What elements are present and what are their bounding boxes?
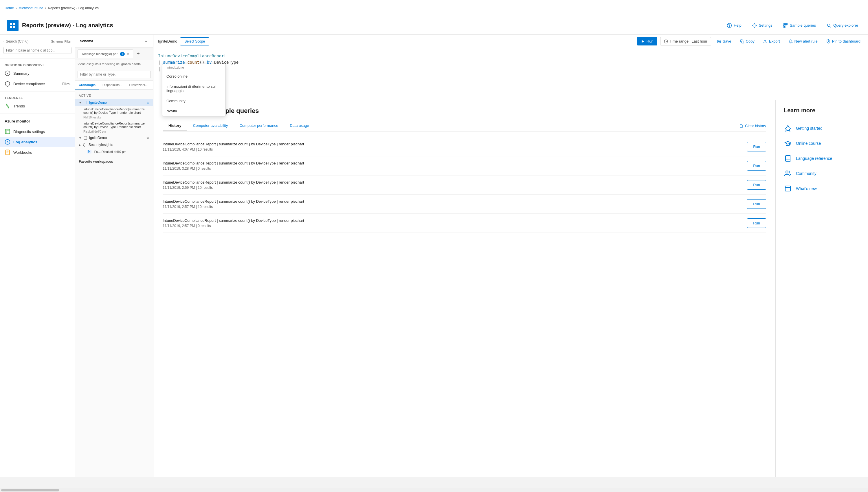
fx-item[interactable]: fx Fu... Risultati dell'0 pm	[83, 148, 153, 155]
sidebar: Schema Filter Gestione dispositivi Summa…	[0, 35, 75, 477]
learn-online-course[interactable]: Online course	[784, 136, 860, 151]
security-child: fx Fu... Risultati dell'0 pm	[75, 148, 153, 155]
run-query-3-button[interactable]: Run	[747, 180, 766, 190]
clear-history-button[interactable]: Clear history	[739, 121, 766, 131]
breadcrumb-sep-1: ›	[16, 6, 17, 10]
gestione-section-title: Gestione dispositivi	[0, 61, 75, 68]
sidebar-filter-input[interactable]	[3, 47, 72, 54]
new-alert-button[interactable]: New alert rule	[786, 38, 820, 45]
title-bar: Home › Microsoft Intune › Reports (previ…	[0, 0, 868, 16]
log-analytics-label: Log analytics	[13, 140, 37, 144]
run-query-2-button[interactable]: Run	[747, 161, 766, 171]
tab-history[interactable]: History	[163, 121, 187, 131]
sidebar-item-device-compliance[interactable]: Device compliance Rileva	[0, 78, 75, 89]
tab-computer-performance[interactable]: Computer performance	[234, 121, 284, 131]
scope-name: IgniteDemo	[158, 39, 177, 44]
schema-tab-0[interactable]: Riepilogo (conteggio) per 1 ×	[78, 50, 133, 58]
new-tab-button[interactable]: +	[134, 49, 143, 58]
pin-label: Pin to dashboard	[832, 39, 861, 44]
dropdown-item-novita[interactable]: Novità	[162, 106, 226, 116]
help-label: Help	[734, 23, 742, 27]
run-query-button[interactable]: Run	[637, 37, 657, 46]
query-explorer-label: Query explorer	[833, 23, 858, 27]
schema-filter-input[interactable]	[78, 71, 151, 78]
export-button[interactable]: Export	[760, 38, 783, 45]
dropdown-item-reference[interactable]: Informazioni di riferimento sul linguagg…	[162, 81, 226, 96]
schema-tab-bar: Riepilogo (conteggio) per 1 × +	[75, 48, 153, 60]
schema-tab-cronologia[interactable]: Cronologia	[75, 81, 99, 90]
ignitedemo-2-label: IgniteDemo	[89, 136, 107, 140]
bottom-panel: Get started with sample queries History …	[153, 100, 868, 477]
getting-started-label: Getting started	[796, 126, 822, 130]
time-range-button[interactable]: Time range : Last hour	[660, 37, 711, 46]
analytics-icon	[5, 139, 10, 145]
page-title-bar: Reports (preview) - Log analytics Help S…	[0, 16, 868, 35]
tab-data-usage[interactable]: Data usage	[284, 121, 315, 131]
scrollbar-thumb[interactable]	[1, 489, 59, 491]
dropdown-item-corso[interactable]: Corso online	[162, 71, 226, 81]
select-scope-button[interactable]: Select Scope	[180, 38, 209, 46]
favorite-workspaces-title: Favorite workspaces	[75, 157, 153, 166]
sidebar-item-summary[interactable]: Summary	[0, 68, 75, 78]
learn-getting-started[interactable]: Getting started	[784, 121, 860, 136]
sidebar-item-workbooks[interactable]: Workbooks	[0, 147, 75, 157]
schema-tab-consumo[interactable]: Consumo...	[151, 81, 153, 90]
chart-icon	[5, 103, 10, 109]
settings-button[interactable]: Settings	[749, 21, 775, 30]
query-result-1[interactable]: IntuneDeviceComplianceReport|summarize c…	[75, 106, 153, 116]
query-result-2-meta: Risultati dell'0 pm	[75, 130, 153, 134]
dropdown-item-community[interactable]: Community	[162, 96, 226, 106]
breadcrumb-intune[interactable]: Microsoft Intune	[19, 6, 43, 10]
fx-label: Fu... Risultati dell'0 pm	[94, 150, 126, 153]
schema-tab-availability[interactable]: Disponibilità...	[99, 81, 126, 90]
code-line-3: | render piechart	[158, 66, 863, 72]
sidebar-item-diagnostic[interactable]: Diagnostic settings	[0, 126, 75, 137]
sidebar-section-tendenze: Tendenze Trends	[0, 92, 75, 114]
run-query-5-button[interactable]: Run	[747, 218, 766, 228]
schema-tab-performance[interactable]: Prestazioni...	[126, 81, 151, 90]
sidebar-item-log-analytics[interactable]: Log analytics	[0, 137, 75, 147]
sidebar-search-input[interactable]	[6, 40, 49, 44]
run-query-4-button[interactable]: Run	[747, 199, 766, 209]
query-result-2[interactable]: IntuneDeviceComplianceReport|summarize c…	[75, 120, 153, 130]
star-icon[interactable]: ☆	[147, 100, 150, 104]
learn-language-reference[interactable]: Language reference	[784, 151, 860, 166]
copy-label: Copy	[746, 39, 755, 44]
help-button[interactable]: Help	[724, 21, 744, 30]
azure-monitor-header[interactable]: Azure monitor	[0, 116, 75, 126]
svg-point-21	[828, 41, 829, 42]
workspace-ignitedemo-2[interactable]: ▼ IgniteDemo ☆	[75, 134, 153, 141]
pin-dashboard-button[interactable]: Pin to dashboard	[823, 38, 863, 45]
collapse-button[interactable]: ‹‹	[144, 38, 149, 44]
svg-rect-15	[84, 101, 87, 104]
star-icon-2[interactable]: ☆	[147, 136, 150, 140]
schema-run-info: Viene eseguito il rendering del grafico …	[75, 60, 153, 68]
dropdown-novita-label: Novità	[167, 109, 177, 113]
summary-label: Summary	[13, 71, 29, 76]
schema-title: Schema	[80, 39, 93, 43]
workspace-section-title: Active	[75, 92, 153, 99]
tab-computer-availability[interactable]: Computer availability	[187, 121, 234, 131]
svg-marker-17	[642, 40, 644, 43]
tab-close[interactable]: ×	[127, 52, 129, 56]
device-compliance-label: Device compliance	[13, 82, 45, 86]
sidebar-item-trends[interactable]: Trends	[0, 101, 75, 111]
code-editor[interactable]: IntuneDeviceComplianceReport | summarize…	[153, 48, 868, 100]
schema-panel: Schema ‹‹ Riepilogo (conteggio) per 1 × …	[75, 35, 153, 477]
workspace-security[interactable]: ▶ SecurityInsights	[75, 141, 153, 148]
breadcrumb-home[interactable]: Home	[5, 6, 14, 10]
workspace-ignitedemo[interactable]: ▼ IgniteDemo ☆	[75, 99, 153, 106]
diagnostic-icon	[5, 128, 10, 134]
run-query-1-button[interactable]: Run	[747, 142, 766, 151]
horizontal-scrollbar[interactable]	[0, 488, 868, 492]
tab-label: Riepilogo (conteggio) per	[82, 52, 118, 56]
query-explorer-button[interactable]: Query explorer	[823, 21, 861, 30]
learn-community[interactable]: Community	[784, 166, 860, 181]
save-button[interactable]: Save	[714, 38, 734, 45]
sample-queries-button[interactable]: Sample queries	[780, 21, 819, 30]
learn-whats-new[interactable]: What's new	[784, 181, 860, 196]
table-name: IntuneDeviceComplianceReport	[158, 54, 226, 58]
copy-button[interactable]: Copy	[737, 38, 758, 45]
trends-label: Trends	[13, 104, 25, 108]
tab-counter: 1	[120, 52, 125, 56]
